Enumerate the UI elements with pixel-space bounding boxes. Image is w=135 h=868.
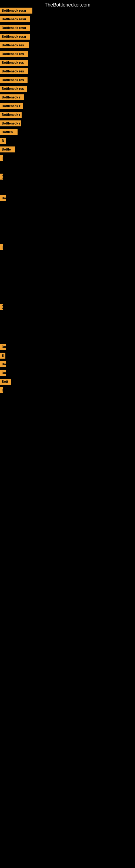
bottleneck-item-9[interactable]: Bottleneck res (0, 77, 28, 83)
bottleneck-item-17[interactable]: Bottle (0, 147, 15, 152)
bottleneck-item-20[interactable]: Bo (0, 195, 6, 201)
bottleneck-item-10[interactable]: Bottleneck res (0, 86, 27, 92)
bottleneck-item-2[interactable]: Bottleneck resu (0, 16, 30, 22)
bottleneck-item-15[interactable]: Bottlen (0, 129, 17, 135)
bottleneck-item-28[interactable]: B (0, 388, 3, 393)
bottleneck-item-23[interactable]: Bo (0, 344, 6, 350)
bottleneck-item-24[interactable]: B (0, 352, 5, 359)
bottleneck-item-18[interactable]: | (0, 155, 3, 161)
bottleneck-item-11[interactable]: Bottleneck r (0, 94, 24, 100)
bottleneck-item-12[interactable]: Bottleneck r (0, 103, 23, 109)
bottleneck-item-4[interactable]: Bottleneck resu (0, 34, 30, 40)
bottleneck-item-21[interactable]: | (0, 244, 3, 250)
bottleneck-item-3[interactable]: Bottleneck resu (0, 25, 30, 31)
bottleneck-item-25[interactable]: Bo (0, 361, 6, 367)
bottleneck-item-27[interactable]: Bott (0, 379, 11, 384)
bottleneck-item-6[interactable]: Bottleneck res (0, 51, 28, 57)
bottleneck-item-5[interactable]: Bottleneck res (0, 42, 29, 48)
bottleneck-item-14[interactable]: Bottleneck r (0, 120, 21, 126)
bottleneck-item-16[interactable]: B (0, 138, 6, 144)
bottleneck-item-8[interactable]: Bottleneck res (0, 68, 28, 74)
bottleneck-item-1[interactable]: Bottleneck resu (0, 8, 32, 13)
bottleneck-item-7[interactable]: Bottleneck res (0, 60, 28, 66)
bottleneck-item-22[interactable]: [ (0, 304, 3, 310)
bottleneck-item-19[interactable]: [ (0, 174, 3, 180)
bottleneck-item-26[interactable]: Bo (0, 370, 6, 376)
bottleneck-item-13[interactable]: Bottleneck r (0, 112, 21, 118)
